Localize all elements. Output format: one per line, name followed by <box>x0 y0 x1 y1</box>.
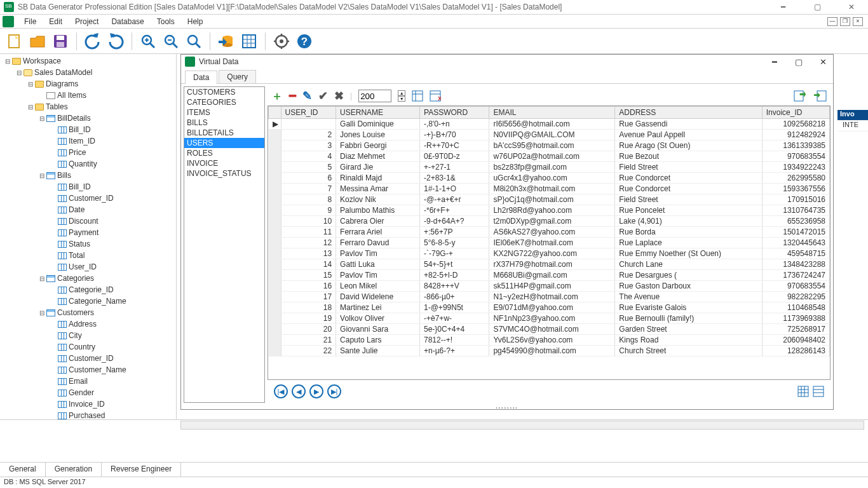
tree-node-categorie-name[interactable]: Categorie_Name <box>0 295 176 307</box>
table-item-invoice_status[interactable]: INVOICE_STATUS <box>184 168 264 179</box>
tree-node-status[interactable]: Status <box>0 238 176 250</box>
bottom-tab-reverse-engineer[interactable]: Reverse Engineer <box>102 463 181 477</box>
table-item-categories[interactable]: CATEGORIES <box>184 97 264 107</box>
menu-file[interactable]: File <box>18 16 43 27</box>
table-item-bills[interactable]: BILLS <box>184 118 264 128</box>
virtual-minimize-button[interactable]: ━ <box>768 57 781 67</box>
row-count-input[interactable] <box>358 90 391 102</box>
tree-node-user-id[interactable]: User_ID <box>0 261 176 273</box>
col-header-username[interactable]: USERNAME <box>336 107 420 119</box>
virtual-tab-data[interactable]: Data <box>185 71 217 84</box>
tree-node-payment[interactable]: Payment <box>0 227 176 238</box>
tree-node-country[interactable]: Country <box>0 341 176 353</box>
table-item-billdetails[interactable]: BILLDETAILS <box>184 128 264 138</box>
mdi-close-button[interactable]: × <box>853 17 863 26</box>
tree-node-gender[interactable]: Gender <box>0 387 176 398</box>
table-row[interactable]: 16Leon Mikel8428+++Vsk511H4P@gmail.comRu… <box>269 281 830 292</box>
tree-node-total[interactable]: Total <box>0 250 176 261</box>
cancel-button[interactable]: ✖ <box>334 89 344 103</box>
table-row[interactable]: 22Sante Julie+n-µ6-?+pg454990@hotmail.co… <box>269 346 830 356</box>
col-header-password[interactable]: PASSWORD <box>420 107 489 119</box>
tree-node-purchased[interactable]: Purchased <box>0 410 176 419</box>
row-count-down[interactable]: ▼ <box>398 96 405 102</box>
table-list[interactable]: CUSTOMERSCATEGORIESITEMSBILLSBILLDETAILS… <box>184 86 265 403</box>
tree-node-customer-id[interactable]: Customer_ID <box>0 353 176 364</box>
virtual-maximize-button[interactable]: ▢ <box>792 57 805 67</box>
import-button[interactable] <box>814 90 827 102</box>
clear-grid-button[interactable]: x <box>430 90 441 102</box>
table-row[interactable]: 6Rinaldi Majd-2+83-1&uGcr4x1@yahoo.comRu… <box>269 173 830 184</box>
tree-node-categories[interactable]: ⊟Categories <box>0 273 176 284</box>
tree-node-sales-datamodel[interactable]: ⊟Sales DataModel <box>0 67 176 78</box>
table-row[interactable]: 8Kozlov Nik-@-+a+€+rsP}oCj1q@hotmail.com… <box>269 194 830 205</box>
table-item-items[interactable]: ITEMS <box>184 107 264 118</box>
explorer-tree[interactable]: ⊟Workspace⊟Sales DataModel⊟DiagramsAll I… <box>0 54 177 419</box>
tree-node-all-items[interactable]: All Items <box>0 90 176 101</box>
menu-help[interactable]: Help <box>181 16 210 27</box>
grid-button[interactable] <box>240 32 259 51</box>
undo-button[interactable] <box>83 32 102 51</box>
nav-next-button[interactable]: ▶ <box>309 384 323 398</box>
col-header-email[interactable]: EMAIL <box>489 107 615 119</box>
table-row[interactable]: 10Cabrera Oier-9-d+64A+?t2m0DXyp@gmail.c… <box>269 216 830 227</box>
menu-database[interactable]: Database <box>105 16 150 27</box>
export-button[interactable] <box>794 90 806 102</box>
table-row[interactable]: 20Giovanni Sara5e-}0C+4+4S7VMC4O@hotmail… <box>269 324 830 335</box>
tree-node-bills[interactable]: ⊟Bills <box>0 170 176 181</box>
tree-node-workspace[interactable]: ⊟Workspace <box>0 55 176 67</box>
nav-last-button[interactable]: ▶| <box>327 384 341 398</box>
save-button[interactable] <box>51 32 70 51</box>
table-item-customers[interactable]: CUSTOMERS <box>184 87 264 97</box>
menu-edit[interactable]: Edit <box>43 16 69 27</box>
virtual-close-button[interactable]: ✕ <box>817 57 829 67</box>
window-close-button[interactable]: ✕ <box>839 3 864 11</box>
open-file-button[interactable] <box>28 32 47 51</box>
new-file-button[interactable] <box>5 32 24 51</box>
edit-row-button[interactable]: ✎ <box>302 89 312 103</box>
resize-handle[interactable]: •••••••• <box>181 405 833 409</box>
form-view-button[interactable] <box>813 386 824 397</box>
zoom-out-button[interactable] <box>161 32 180 51</box>
table-row[interactable]: 19Volkov Oliver-+è7+w-NF1nNp23@yahoo.com… <box>269 313 830 324</box>
bottom-tab-general[interactable]: General <box>0 463 46 477</box>
redo-button[interactable] <box>106 32 125 51</box>
tree-node-billdetails[interactable]: ⊟BillDetails <box>0 112 176 124</box>
tree-node-diagrams[interactable]: ⊟Diagrams <box>0 78 176 90</box>
commit-button[interactable]: ✔ <box>318 89 328 103</box>
table-row[interactable]: ▶Galli Dominique-,8'0-+nrI6l5656@hotmail… <box>269 119 830 130</box>
table-row[interactable]: 21Caputo Lars7812--+!Yv6L2S6v@yahoo.comK… <box>269 335 830 346</box>
tree-node-bill-id[interactable]: Bill_ID <box>0 181 176 193</box>
tree-node-customer-id[interactable]: Customer_ID <box>0 193 176 204</box>
zoom-fit-button[interactable] <box>184 32 203 51</box>
tree-node-city[interactable]: City <box>0 330 176 341</box>
table-row[interactable]: 3Fabbri Georgi-R++70+CbA'ccS95@hotmail.c… <box>269 140 830 151</box>
table-row[interactable]: 9Palumbo Mathis-*6r+F+Lh2r98Rd@yahoo.com… <box>269 205 830 216</box>
table-item-roles[interactable]: ROLES <box>184 148 264 158</box>
tree-node-tables[interactable]: ⊟Tables <box>0 101 176 112</box>
tree-node-categorie-id[interactable]: Categorie_ID <box>0 284 176 295</box>
tree-node-customer-name[interactable]: Customer_Name <box>0 364 176 376</box>
tree-node-item-id[interactable]: Item_ID <box>0 135 176 147</box>
table-row[interactable]: 2Jones Louise-+}-B+/70N0VIIPQ@GMAIL.COMA… <box>269 130 830 140</box>
table-row[interactable]: 17David Widelene-866-µ0+N1~y2ezH@hotmail… <box>269 292 830 302</box>
col-header-address[interactable]: ADDRESS <box>615 107 762 119</box>
table-item-invoice[interactable]: INVOICE <box>184 158 264 168</box>
mdi-minimize-button[interactable]: — <box>827 17 837 26</box>
data-grid[interactable]: USER_IDUSERNAMEPASSWORDEMAILADDRESSInvoi… <box>268 105 831 380</box>
table-row[interactable]: 13Pavlov Tim-`-79G-+KX2NG722@yahoo.comRu… <box>269 248 830 259</box>
tree-node-invoice-id[interactable]: Invoice_ID <box>0 398 176 410</box>
refresh-grid-button[interactable] <box>412 90 423 102</box>
table-row[interactable]: 15Pavlov Tim+82-5+l-DM668UBi@gmail.comRu… <box>269 270 830 281</box>
tree-node-date[interactable]: Date <box>0 204 176 215</box>
remove-row-button[interactable]: ━ <box>289 89 296 103</box>
bottom-tab-generation[interactable]: Generation <box>46 463 102 477</box>
tree-node-customers[interactable]: ⊟Customers <box>0 307 176 318</box>
table-row[interactable]: 12Ferraro Davud5°6-8-5-yIEl06eK7@hotmail… <box>269 238 830 248</box>
add-row-button[interactable]: ＋ <box>271 88 283 104</box>
horizontal-scrollbar[interactable] <box>180 421 864 430</box>
tree-node-discount[interactable]: Discount <box>0 215 176 227</box>
menu-tools[interactable]: Tools <box>151 16 181 27</box>
col-header-invoice_id[interactable]: Invoice_ID <box>762 107 829 119</box>
table-row[interactable]: 4Diaz Mehmet0£-9T0D-zw76UP02a@hotmail.co… <box>269 151 830 162</box>
tree-node-email[interactable]: Email <box>0 376 176 387</box>
